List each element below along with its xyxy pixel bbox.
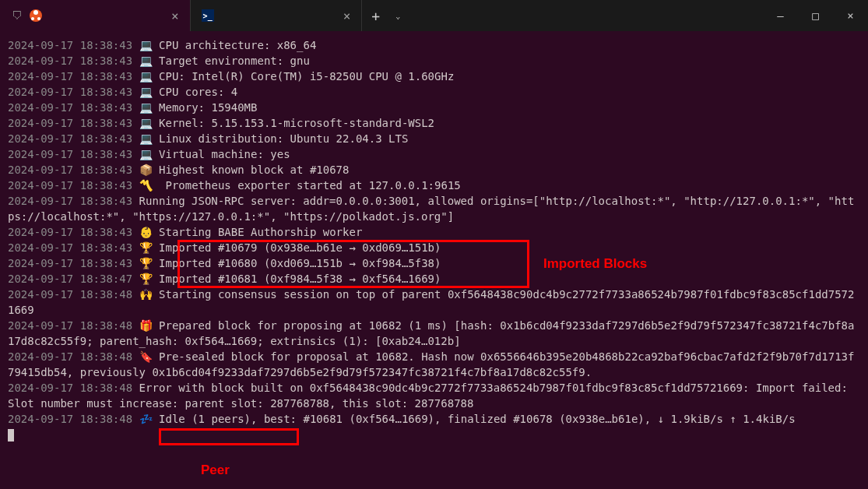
log-line: 💻 CPU cores: 4 [139,86,238,98]
log-timestamp: 2024-09-17 18:38:43 [8,117,132,129]
log-line: 💻 Virtual machine: yes [139,148,290,160]
log-line: 📦 Highest known block at #10678 [139,164,350,176]
log-timestamp: 2024-09-17 18:38:47 [8,273,132,285]
window-controls: — □ × [763,0,868,31]
log-timestamp: 2024-09-17 18:38:48 [8,350,132,363]
titlebar: ⛉ × >_ × + ⌄ — □ × [0,0,868,31]
tab-powershell[interactable]: >_ × [191,0,363,31]
maximize-button[interactable]: □ [798,0,833,31]
minimize-button[interactable]: — [763,0,798,31]
log-line: 🎁 Prepared block for proposing at 10682 … [8,319,854,347]
log-line: 🔖 Pre-sealed block for proposal at 10682… [8,350,854,378]
log-timestamp: 2024-09-17 18:38:43 [8,86,132,98]
log-timestamp: 2024-09-17 18:38:43 [8,101,132,114]
log-timestamp: 2024-09-17 18:38:48 [8,382,132,394]
terminal-output[interactable]: 2024-09-17 18:38:43 💻 CPU architecture: … [0,31,868,449]
close-window-button[interactable]: × [833,0,868,31]
log-timestamp: 2024-09-17 18:38:43 [8,70,132,83]
log-line: 🏆 Imported #10679 (0x938e…b61e → 0xd069…… [139,241,441,254]
log-timestamp: 2024-09-17 18:38:43 [8,132,132,145]
close-tab-icon[interactable]: × [343,9,351,23]
log-line: Error with block built on 0xf5648438c90d… [8,382,854,410]
tab-dropdown-icon[interactable]: ⌄ [389,0,406,31]
cursor [8,429,14,442]
log-timestamp: 2024-09-17 18:38:43 [8,195,132,207]
close-tab-icon[interactable]: × [171,9,179,23]
log-timestamp: 2024-09-17 18:38:43 [8,179,132,192]
new-tab-button[interactable]: + [362,0,389,31]
log-timestamp: 2024-09-17 18:38:43 [8,257,132,269]
log-line: 👶 Starting BABE Authorship worker [139,226,363,238]
log-timestamp: 2024-09-17 18:38:43 [8,55,132,67]
powershell-icon: >_ [202,9,214,22]
log-line: 💻 Linux distribution: Ubuntu 22.04.3 LTS [139,132,409,145]
tabs-container: ⛉ × >_ × + ⌄ [0,0,406,31]
log-timestamp: 2024-09-17 18:38:48 [8,288,132,301]
log-timestamp: 2024-09-17 18:38:43 [8,39,132,51]
log-timestamp: 2024-09-17 18:38:48 [8,319,132,332]
log-line: 💻 CPU architecture: x86_64 [139,39,317,51]
log-line: 💻 Kernel: 5.15.153.1-microsoft-standard-… [139,117,434,129]
log-line: Running JSON-RPC server: addr=0.0.0.0:30… [8,195,854,223]
log-timestamp: 2024-09-17 18:38:48 [8,413,132,425]
log-timestamp: 2024-09-17 18:38:43 [8,164,132,176]
shield-icon: ⛉ [11,9,23,22]
log-timestamp: 2024-09-17 18:38:43 [8,226,132,238]
log-line: 🏆 Imported #10681 (0xf984…5f38 → 0xf564…… [139,273,441,285]
log-line: 💻 Memory: 15940MB [139,101,258,114]
log-line: 💤 Idle (1 peers), best: #10681 (0xf564…1… [139,413,796,425]
ubuntu-icon [30,9,42,22]
log-line: 🏆 Imported #10680 (0xd069…151b → 0xf984…… [139,257,441,269]
log-line: 〽️ Prometheus exporter started at 127.0.… [139,179,461,192]
log-timestamp: 2024-09-17 18:38:43 [8,148,132,160]
log-line: 💻 CPU: Intel(R) Core(TM) i5-8250U CPU @ … [139,70,455,83]
log-line: 🙌 Starting consensus session on top of p… [8,288,854,316]
tab-ubuntu[interactable]: ⛉ × [0,0,191,31]
log-line: 💻 Target environment: gnu [139,55,310,67]
log-timestamp: 2024-09-17 18:38:43 [8,241,132,254]
annotation-peer: Peer [201,463,230,478]
